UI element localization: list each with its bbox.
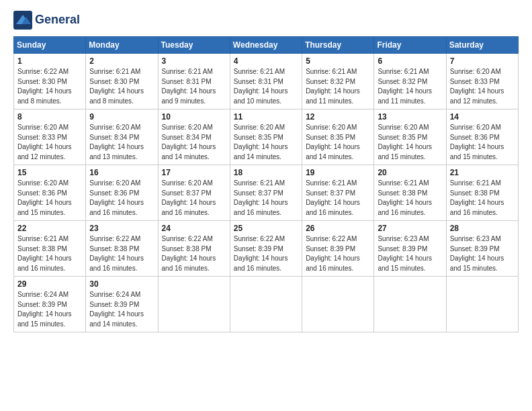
calendar-cell: 4 Sunrise: 6:21 AMSunset: 8:31 PMDayligh… [230, 54, 302, 109]
calendar-week-3: 15 Sunrise: 6:20 AMSunset: 8:36 PMDaylig… [14, 165, 519, 221]
weekday-header-friday: Friday [374, 37, 446, 54]
calendar-cell: 21 Sunrise: 6:21 AMSunset: 8:38 PMDaylig… [446, 165, 518, 221]
calendar-cell: 1 Sunrise: 6:22 AMSunset: 8:30 PMDayligh… [14, 54, 86, 109]
day-number: 5 [306, 56, 370, 66]
day-number: 8 [17, 112, 82, 122]
day-info: Sunrise: 6:20 AMSunset: 8:36 PMDaylight:… [450, 124, 504, 161]
day-info: Sunrise: 6:20 AMSunset: 8:36 PMDaylight:… [17, 179, 72, 216]
weekday-header-tuesday: Tuesday [158, 37, 230, 54]
day-info: Sunrise: 6:21 AMSunset: 8:38 PMDaylight:… [17, 235, 72, 272]
calendar-cell: 29 Sunrise: 6:24 AMSunset: 8:39 PMDaylig… [14, 277, 86, 332]
day-number: 18 [234, 168, 298, 177]
day-number: 1 [17, 56, 82, 66]
day-info: Sunrise: 6:24 AMSunset: 8:39 PMDaylight:… [89, 291, 144, 328]
calendar-cell [446, 277, 518, 332]
calendar-cell: 20 Sunrise: 6:21 AMSunset: 8:38 PMDaylig… [374, 165, 446, 221]
day-number: 11 [234, 112, 298, 122]
day-info: Sunrise: 6:21 AMSunset: 8:31 PMDaylight:… [162, 68, 216, 105]
calendar-cell: 11 Sunrise: 6:20 AMSunset: 8:35 PMDaylig… [230, 109, 302, 165]
day-number: 28 [450, 224, 515, 233]
day-info: Sunrise: 6:21 AMSunset: 8:37 PMDaylight:… [306, 179, 360, 216]
day-number: 30 [89, 279, 154, 289]
calendar-cell: 13 Sunrise: 6:20 AMSunset: 8:35 PMDaylig… [374, 109, 446, 165]
calendar-cell: 12 Sunrise: 6:20 AMSunset: 8:35 PMDaylig… [302, 109, 374, 165]
day-number: 2 [89, 56, 154, 66]
day-info: Sunrise: 6:20 AMSunset: 8:33 PMDaylight:… [17, 124, 72, 161]
calendar-cell: 30 Sunrise: 6:24 AMSunset: 8:39 PMDaylig… [86, 277, 158, 332]
calendar-cell [374, 277, 446, 332]
day-info: Sunrise: 6:22 AMSunset: 8:38 PMDaylight:… [89, 235, 144, 272]
day-info: Sunrise: 6:22 AMSunset: 8:39 PMDaylight:… [306, 235, 360, 272]
day-info: Sunrise: 6:21 AMSunset: 8:37 PMDaylight:… [234, 179, 288, 216]
day-info: Sunrise: 6:20 AMSunset: 8:34 PMDaylight:… [162, 124, 216, 161]
day-info: Sunrise: 6:20 AMSunset: 8:35 PMDaylight:… [306, 124, 360, 161]
day-info: Sunrise: 6:22 AMSunset: 8:38 PMDaylight:… [162, 235, 216, 272]
calendar-cell: 10 Sunrise: 6:20 AMSunset: 8:34 PMDaylig… [158, 109, 230, 165]
calendar-cell: 19 Sunrise: 6:21 AMSunset: 8:37 PMDaylig… [302, 165, 374, 221]
weekday-header-saturday: Saturday [446, 37, 518, 54]
day-number: 7 [450, 56, 515, 66]
calendar-cell: 26 Sunrise: 6:22 AMSunset: 8:39 PMDaylig… [302, 221, 374, 277]
day-number: 15 [17, 168, 82, 177]
day-info: Sunrise: 6:21 AMSunset: 8:38 PMDaylight:… [450, 179, 504, 216]
day-info: Sunrise: 6:22 AMSunset: 8:30 PMDaylight:… [17, 68, 72, 105]
day-info: Sunrise: 6:20 AMSunset: 8:36 PMDaylight:… [89, 179, 144, 216]
weekday-header-monday: Monday [86, 37, 158, 54]
weekday-header-wednesday: Wednesday [230, 37, 302, 54]
calendar-cell: 25 Sunrise: 6:22 AMSunset: 8:39 PMDaylig… [230, 221, 302, 277]
calendar-week-1: 1 Sunrise: 6:22 AMSunset: 8:30 PMDayligh… [14, 54, 519, 109]
calendar-cell: 23 Sunrise: 6:22 AMSunset: 8:38 PMDaylig… [86, 221, 158, 277]
calendar-cell: 24 Sunrise: 6:22 AMSunset: 8:38 PMDaylig… [158, 221, 230, 277]
day-info: Sunrise: 6:20 AMSunset: 8:35 PMDaylight:… [378, 124, 432, 161]
calendar-cell: 9 Sunrise: 6:20 AMSunset: 8:34 PMDayligh… [86, 109, 158, 165]
day-number: 3 [162, 56, 226, 66]
day-number: 9 [89, 112, 154, 122]
calendar-week-2: 8 Sunrise: 6:20 AMSunset: 8:33 PMDayligh… [14, 109, 519, 165]
calendar-cell: 22 Sunrise: 6:21 AMSunset: 8:38 PMDaylig… [14, 221, 86, 277]
day-number: 21 [450, 168, 515, 177]
day-info: Sunrise: 6:23 AMSunset: 8:39 PMDaylight:… [378, 235, 432, 272]
calendar-cell [302, 277, 374, 332]
day-number: 17 [162, 168, 226, 177]
day-number: 19 [306, 168, 370, 177]
day-number: 10 [162, 112, 226, 122]
day-number: 14 [450, 112, 515, 122]
day-info: Sunrise: 6:20 AMSunset: 8:33 PMDaylight:… [450, 68, 504, 105]
calendar-cell: 27 Sunrise: 6:23 AMSunset: 8:39 PMDaylig… [374, 221, 446, 277]
calendar-cell: 3 Sunrise: 6:21 AMSunset: 8:31 PMDayligh… [158, 54, 230, 109]
page: General SundayMondayTuesdayWednesdayThur… [0, 0, 532, 411]
day-info: Sunrise: 6:20 AMSunset: 8:35 PMDaylight:… [234, 124, 288, 161]
calendar-cell: 14 Sunrise: 6:20 AMSunset: 8:36 PMDaylig… [446, 109, 518, 165]
calendar-cell [158, 277, 230, 332]
header: General [13, 11, 519, 30]
day-info: Sunrise: 6:24 AMSunset: 8:39 PMDaylight:… [17, 291, 72, 328]
logo-icon [13, 11, 32, 30]
calendar-table: SundayMondayTuesdayWednesdayThursdayFrid… [13, 36, 519, 332]
day-number: 22 [17, 224, 82, 233]
day-info: Sunrise: 6:21 AMSunset: 8:38 PMDaylight:… [378, 179, 432, 216]
calendar-cell: 6 Sunrise: 6:21 AMSunset: 8:32 PMDayligh… [374, 54, 446, 109]
day-number: 13 [378, 112, 442, 122]
calendar-cell: 8 Sunrise: 6:20 AMSunset: 8:33 PMDayligh… [14, 109, 86, 165]
day-number: 6 [378, 56, 442, 66]
day-info: Sunrise: 6:20 AMSunset: 8:34 PMDaylight:… [89, 124, 144, 161]
day-number: 24 [162, 224, 226, 233]
calendar-cell: 7 Sunrise: 6:20 AMSunset: 8:33 PMDayligh… [446, 54, 518, 109]
calendar-cell [230, 277, 302, 332]
day-number: 4 [234, 56, 298, 66]
weekday-header-row: SundayMondayTuesdayWednesdayThursdayFrid… [14, 37, 519, 54]
day-number: 25 [234, 224, 298, 233]
calendar-cell: 5 Sunrise: 6:21 AMSunset: 8:32 PMDayligh… [302, 54, 374, 109]
calendar-week-4: 22 Sunrise: 6:21 AMSunset: 8:38 PMDaylig… [14, 221, 519, 277]
calendar-cell: 18 Sunrise: 6:21 AMSunset: 8:37 PMDaylig… [230, 165, 302, 221]
day-number: 27 [378, 224, 442, 233]
logo-text: General [35, 13, 80, 27]
day-number: 26 [306, 224, 370, 233]
calendar-cell: 15 Sunrise: 6:20 AMSunset: 8:36 PMDaylig… [14, 165, 86, 221]
day-info: Sunrise: 6:21 AMSunset: 8:32 PMDaylight:… [306, 68, 360, 105]
calendar-cell: 2 Sunrise: 6:21 AMSunset: 8:30 PMDayligh… [86, 54, 158, 109]
day-info: Sunrise: 6:23 AMSunset: 8:39 PMDaylight:… [450, 235, 504, 272]
weekday-header-sunday: Sunday [14, 37, 86, 54]
day-info: Sunrise: 6:22 AMSunset: 8:39 PMDaylight:… [234, 235, 288, 272]
calendar-cell: 28 Sunrise: 6:23 AMSunset: 8:39 PMDaylig… [446, 221, 518, 277]
